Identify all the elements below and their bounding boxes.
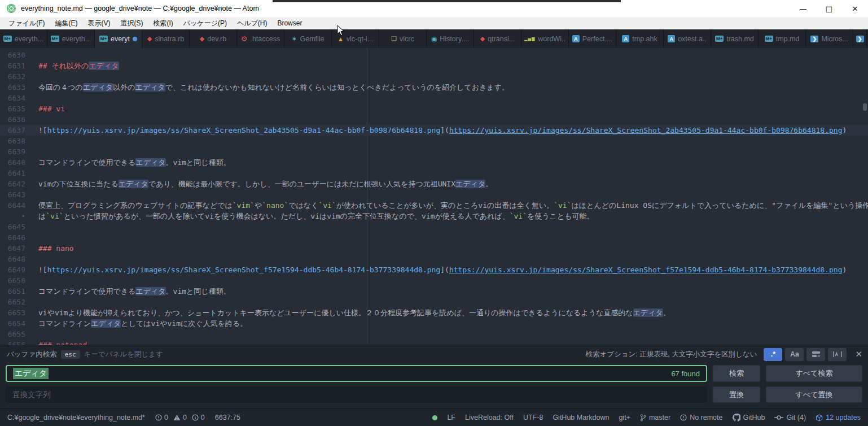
line-number[interactable]: 6637 xyxy=(0,125,25,136)
line-number[interactable]: 6639 xyxy=(0,146,25,157)
regex-toggle-button[interactable]: .* xyxy=(764,348,782,361)
code-line-6650[interactable]: 6650 xyxy=(0,275,868,286)
code-line-6633[interactable]: 6633今回の４つのエディタ以外のエディタで、これは使わないかも知れないけど名前… xyxy=(0,82,868,93)
modified-indicator-dot[interactable] xyxy=(133,37,137,41)
find-all-button[interactable]: すべて検索 xyxy=(766,365,862,382)
only-in-selection-toggle-button[interactable] xyxy=(806,348,825,361)
code-line-6644[interactable]: 6644便宜上、プログラミング系のウェブサイトの記事などでは`vim`や`nan… xyxy=(0,200,868,211)
line-number[interactable]: 6643 xyxy=(0,189,25,200)
tab-Perfect....[interactable]: APerfect.... xyxy=(569,29,616,48)
line-number[interactable]: 6632 xyxy=(0,71,25,82)
file-path[interactable]: C:¥google_drive¥note¥everything_note.md* xyxy=(7,414,145,421)
status-item-livereload-off[interactable]: LiveReload: Off xyxy=(465,414,514,421)
tab-vlc-qt-i...[interactable]: ▲vlc-qt-i... xyxy=(332,29,379,48)
code-line-6635[interactable]: 6635### vi xyxy=(0,103,868,114)
error-circle-diagnostic[interactable]: 0 xyxy=(155,414,168,421)
line-number[interactable]: 6648 xyxy=(0,254,25,264)
menu-item-5[interactable]: 検索(I) xyxy=(148,17,178,29)
line-number[interactable]: 6650 xyxy=(0,275,25,286)
tab-.htaccess[interactable]: ⚙.htaccess xyxy=(237,29,284,48)
case-sensitive-toggle-button[interactable]: Aa xyxy=(785,348,804,361)
code-line-6641[interactable]: 6641 xyxy=(0,168,868,179)
code-line-6651[interactable]: 6651コマンドラインで使用できるエディタ。vimと同じ種類。 xyxy=(0,286,868,297)
line-number[interactable]: 6635 xyxy=(0,103,25,114)
line-number[interactable]: 6645 xyxy=(0,221,25,232)
menu-item-7[interactable]: ヘルプ(H) xyxy=(232,17,273,29)
maximize-button[interactable]: □ xyxy=(816,0,842,17)
status-item-lf[interactable]: LF xyxy=(447,414,455,421)
status-item-12-updates[interactable]: 12 updates xyxy=(816,414,861,421)
code-line-6642[interactable]: 6642vimの下位互換に当たるエディタであり、機能は最小限です。しかし、一部の… xyxy=(0,179,868,189)
info-circle-diagnostic[interactable]: 0 xyxy=(192,414,205,421)
line-number[interactable]: 6652 xyxy=(0,297,25,307)
code-line-6640[interactable]: 6640コマンドラインで使用できるエディタ。vimと同じ種類。 xyxy=(0,157,868,168)
code-line-6638[interactable]: 6638 xyxy=(0,136,868,146)
tab-everyth...[interactable]: M+everyth... xyxy=(0,29,47,48)
menu-item-8[interactable]: Browser xyxy=(272,17,307,29)
menu-item-3[interactable]: 表示(V) xyxy=(82,17,115,29)
code-line-6645[interactable]: 6645 xyxy=(0,221,868,232)
line-number[interactable]: 6633 xyxy=(0,82,25,93)
text-editor[interactable]: 66306631## それ以外のエディタ66326633今回の４つのエディタ以外… xyxy=(0,48,868,345)
search-input[interactable]: エディタ 67 found xyxy=(6,365,707,382)
line-number[interactable]: 6646 xyxy=(0,232,25,243)
tab-trash.md[interactable]: M+trash.md xyxy=(711,29,759,48)
line-number[interactable]: 6634 xyxy=(0,93,25,103)
code-line-6637[interactable]: 6637![https://yuis.xsrv.jp/images/ss/Sha… xyxy=(0,125,868,136)
status-item-github[interactable]: GitHub xyxy=(733,414,765,421)
tab-Gemfile[interactable]: ✶Gemfile xyxy=(284,29,332,48)
code-line-6649[interactable]: 6649![https://yuis.xsrv.jp/images/ss/Sha… xyxy=(0,264,868,275)
menu-item-1[interactable]: ファイル(F) xyxy=(3,17,50,29)
code-line-6643[interactable]: 6643 xyxy=(0,189,868,200)
menu-item-2[interactable]: 編集(E) xyxy=(50,17,82,29)
tab-oxtest.a..[interactable]: Aoxtest.a.. xyxy=(664,29,711,48)
tab-dev.rb[interactable]: ◆dev.rb xyxy=(190,29,237,48)
status-item-git-[interactable]: git+ xyxy=(619,414,630,421)
whole-word-toggle-button[interactable] xyxy=(828,348,847,361)
line-number[interactable]: 6641 xyxy=(0,168,25,179)
replace-button[interactable]: 置換 xyxy=(713,386,760,403)
code-line-6634[interactable]: 6634 xyxy=(0,93,868,103)
menu-item-6[interactable]: パッケージ(P) xyxy=(178,17,232,29)
code-line-wrap[interactable]: •は`vi`といった慣習があるが、一部の人を除いてviを使う機会はない。ただし、… xyxy=(0,211,868,221)
tab-History....[interactable]: ◉History.... xyxy=(427,29,474,48)
wrap-marker[interactable]: • xyxy=(0,211,25,221)
code-line-6646[interactable]: 6646 xyxy=(0,232,868,243)
menu-item-4[interactable]: 選択(S) xyxy=(115,17,148,29)
find-button[interactable]: 検索 xyxy=(713,365,760,382)
code-line-6656[interactable]: 6656### notepad xyxy=(0,340,868,345)
code-line-6655[interactable]: 6655 xyxy=(0,329,868,340)
line-number[interactable]: 6651 xyxy=(0,286,25,297)
line-number[interactable]: 6654 xyxy=(0,318,25,329)
warning-triangle-diagnostic[interactable]: 0 xyxy=(173,414,187,421)
code-line-6639[interactable]: 6639 xyxy=(0,146,868,157)
code-line-6652[interactable]: 6652 xyxy=(0,297,868,307)
status-item-utf-8[interactable]: UTF-8 xyxy=(523,414,543,421)
tab-everyt[interactable]: M+everyt xyxy=(95,29,142,48)
line-number[interactable]: 6653 xyxy=(0,307,25,318)
tab-tmp.md[interactable]: M+tmp.md xyxy=(759,29,806,48)
status-item-github-markdown[interactable]: GitHub Markdown xyxy=(553,414,609,421)
code-line-6631[interactable]: 6631## それ以外のエディタ xyxy=(0,60,868,71)
line-number[interactable]: 6640 xyxy=(0,157,25,168)
tab-partial[interactable]: ❯ xyxy=(853,29,867,48)
tab-everyth...[interactable]: M+everyth... xyxy=(47,29,95,48)
tab-Micros...[interactable]: ❯Micros... xyxy=(806,29,853,48)
cursor-position[interactable]: 6637:75 xyxy=(215,414,240,421)
line-number[interactable]: 6656 xyxy=(0,340,25,345)
close-button[interactable]: ✕ xyxy=(842,0,868,17)
code-line-6654[interactable]: 6654コマンドラインエディタとしてはviやvimに次ぐ人気を誇る。 xyxy=(0,318,868,329)
tab-qtransl...[interactable]: ◆qtransl... xyxy=(474,29,521,48)
code-line-6636[interactable]: 6636 xyxy=(0,114,868,125)
line-number[interactable]: 6631 xyxy=(0,60,25,71)
code-line-6632[interactable]: 6632 xyxy=(0,71,868,82)
close-panel-icon[interactable]: ✕ xyxy=(855,349,862,359)
code-line-6648[interactable]: 6648 xyxy=(0,254,868,264)
minimize-button[interactable]: — xyxy=(790,0,816,17)
line-number[interactable]: 6638 xyxy=(0,136,25,146)
code-line-6630[interactable]: 6630 xyxy=(0,50,868,60)
code-line-6653[interactable]: 6653viやvimより機能が抑えられており、かつ、ショートカットキー表示などユ… xyxy=(0,307,868,318)
line-number[interactable]: 6649 xyxy=(0,264,25,275)
tab-wordWi..[interactable]: ▂▅▇wordWi.. xyxy=(521,29,569,48)
line-number[interactable]: 6642 xyxy=(0,179,25,189)
